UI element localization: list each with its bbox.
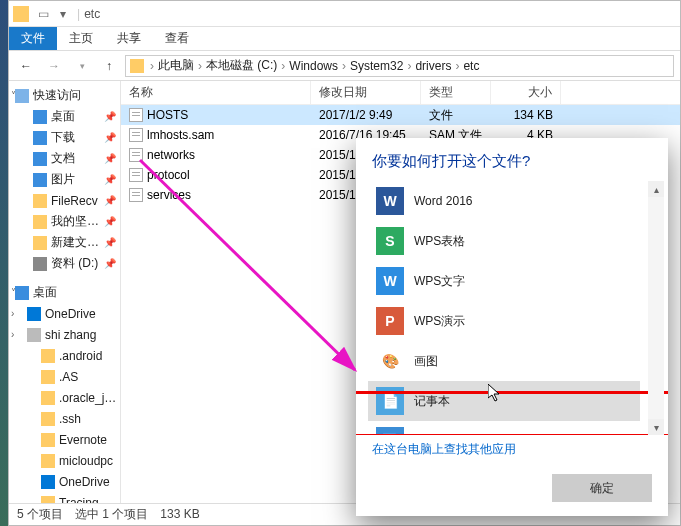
col-name[interactable]: 名称: [121, 81, 311, 104]
crumb[interactable]: Windows: [287, 59, 340, 73]
nav-item[interactable]: micloudpc: [9, 450, 120, 471]
ribbon-tabs: 文件 主页 共享 查看: [9, 27, 680, 51]
app-list: WWord 2016SWPS表格WWPS文字PWPS演示🎨画图📄记事本📝写字板: [368, 181, 640, 435]
nav-item[interactable]: 我的坚果云📌: [9, 211, 120, 232]
navigation-pane: ˅快速访问 桌面📌下载📌文档📌图片📌FileRecv📌我的坚果云📌新建文件夹📌资…: [9, 81, 121, 503]
nav-item[interactable]: 下载📌: [9, 127, 120, 148]
dialog-scrollbar[interactable]: ▴ ▾: [648, 181, 664, 435]
col-size[interactable]: 大小: [491, 81, 561, 104]
nav-item[interactable]: 桌面📌: [9, 106, 120, 127]
folder-icon: [130, 59, 144, 73]
col-type[interactable]: 类型: [421, 81, 491, 104]
breadcrumb[interactable]: › 此电脑› 本地磁盘 (C:)› Windows› System32› dri…: [125, 55, 674, 77]
crumb[interactable]: etc: [461, 59, 481, 73]
column-headers: 名称 修改日期 类型 大小: [121, 81, 680, 105]
tab-view[interactable]: 查看: [153, 27, 201, 50]
file-row[interactable]: HOSTS2017/1/2 9:49文件134 KB: [121, 105, 680, 125]
window-title: etc: [84, 7, 100, 21]
nav-item[interactable]: OneDrive: [9, 471, 120, 492]
nav-item[interactable]: .ssh: [9, 408, 120, 429]
titlebar: ▭ ▾ | etc: [9, 1, 680, 27]
tab-home[interactable]: 主页: [57, 27, 105, 50]
nav-item[interactable]: .AS: [9, 366, 120, 387]
qat-props[interactable]: ▭: [35, 6, 51, 22]
nav-item[interactable]: 资料 (D:)📌: [9, 253, 120, 274]
ok-button[interactable]: 确定: [552, 474, 652, 502]
app-item[interactable]: 🎨画图: [368, 341, 640, 381]
app-item[interactable]: PWPS演示: [368, 301, 640, 341]
nav-item[interactable]: 新建文件夹📌: [9, 232, 120, 253]
back-button[interactable]: ←: [15, 55, 37, 77]
dialog-title: 你要如何打开这个文件?: [356, 138, 668, 181]
recent-dropdown[interactable]: ▾: [71, 55, 93, 77]
app-item[interactable]: 📄记事本: [368, 381, 640, 421]
nav-desktop[interactable]: ˅桌面: [9, 282, 120, 303]
crumb[interactable]: 本地磁盘 (C:): [204, 57, 279, 74]
open-with-dialog: 你要如何打开这个文件? WWord 2016SWPS表格WWPS文字PWPS演示…: [356, 138, 668, 516]
crumb[interactable]: drivers: [413, 59, 453, 73]
forward-button[interactable]: →: [43, 55, 65, 77]
app-item[interactable]: WWord 2016: [368, 181, 640, 221]
qat-new[interactable]: ▾: [55, 6, 71, 22]
crumb[interactable]: 此电脑: [156, 57, 196, 74]
app-item[interactable]: 📝写字板: [368, 421, 640, 435]
nav-item[interactable]: FileRecv📌: [9, 190, 120, 211]
scroll-down[interactable]: ▾: [648, 419, 664, 435]
nav-item[interactable]: ›shi zhang: [9, 324, 120, 345]
nav-item[interactable]: Tracing: [9, 492, 120, 503]
nav-quick-access[interactable]: ˅快速访问: [9, 85, 120, 106]
tab-share[interactable]: 共享: [105, 27, 153, 50]
nav-item[interactable]: 图片📌: [9, 169, 120, 190]
scroll-track[interactable]: [648, 197, 664, 419]
more-apps-link[interactable]: 在这台电脑上查找其他应用: [356, 435, 668, 464]
window-icon: [13, 6, 29, 22]
address-bar: ← → ▾ ↑ › 此电脑› 本地磁盘 (C:)› Windows› Syste…: [9, 51, 680, 81]
up-button[interactable]: ↑: [99, 56, 119, 76]
app-item[interactable]: SWPS表格: [368, 221, 640, 261]
nav-item[interactable]: .oracle_jre_usage: [9, 387, 120, 408]
nav-item[interactable]: .android: [9, 345, 120, 366]
crumb[interactable]: System32: [348, 59, 405, 73]
scroll-up[interactable]: ▴: [648, 181, 664, 197]
tab-file[interactable]: 文件: [9, 27, 57, 50]
nav-item[interactable]: ›OneDrive: [9, 303, 120, 324]
col-date[interactable]: 修改日期: [311, 81, 421, 104]
nav-item[interactable]: 文档📌: [9, 148, 120, 169]
nav-item[interactable]: Evernote: [9, 429, 120, 450]
app-item[interactable]: WWPS文字: [368, 261, 640, 301]
